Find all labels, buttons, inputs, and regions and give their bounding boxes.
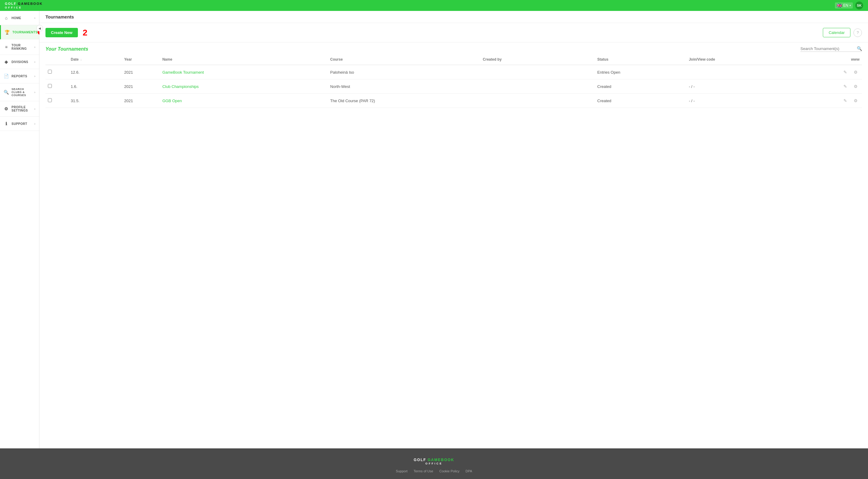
search-icon[interactable]: 🔍 [857, 46, 862, 51]
toolbar-right: Calendar ? [823, 28, 862, 37]
divisions-icon: ◈ [4, 59, 9, 65]
sidebar-item-tour-ranking[interactable]: ≡ TOUR RANKING › [0, 39, 39, 55]
row-course: The Old Course (PAR 72) [328, 94, 481, 108]
edit-icon[interactable]: ✎ [841, 83, 849, 90]
row-actions: ✎ ⚙ [801, 94, 862, 108]
row-check[interactable] [45, 80, 68, 94]
sidebar-toggle[interactable]: ◀ [36, 25, 43, 32]
chevron-right-icon: › [34, 17, 35, 20]
col-year: Year [122, 54, 160, 65]
sidebar-item-label: REPORTS [11, 74, 34, 78]
chevron-right-icon: › [34, 107, 35, 111]
row-name[interactable]: Club Championships [160, 80, 328, 94]
col-course: Course [328, 54, 481, 65]
row-actions: ✎ ⚙ [801, 80, 862, 94]
main-layout: ◀ ⌂ HOME › 🏆 TOURNAMENTS 1 › ≡ TOUR RANK… [0, 11, 868, 448]
flag-icon: 🇬🇧 [837, 3, 842, 8]
tournament-link[interactable]: Club Championships [162, 84, 199, 89]
step-number: 2 [83, 29, 88, 37]
row-status: Entries Open [595, 65, 686, 80]
chevron-right-icon: › [34, 122, 35, 125]
user-avatar[interactable]: SK [855, 1, 863, 9]
sidebar-item-label: TOURNAMENTS [12, 31, 38, 34]
row-created-by [480, 80, 595, 94]
row-name[interactable]: GameBook Tournament [160, 65, 328, 80]
col-code: Join/View code [686, 54, 801, 65]
col-date[interactable]: Date ↓ [68, 54, 122, 65]
chevron-right-icon: › [34, 91, 35, 94]
sidebar-item-reports[interactable]: 📄 REPORTS › [0, 69, 39, 83]
chevron-down-icon: ▾ [849, 4, 851, 7]
footer-link-cookie[interactable]: Cookie Policy [439, 469, 460, 473]
sidebar-item-home[interactable]: ⌂ HOME › [0, 11, 39, 25]
table-row: 1.6. 2021 Club Championships North-West … [45, 80, 862, 94]
edit-icon[interactable]: ✎ [841, 68, 849, 76]
page-header: Tournaments [39, 11, 868, 23]
support-icon: ℹ [4, 121, 9, 126]
sidebar-item-search-clubs[interactable]: 🔍 SEARCH CLUBS & COURSES › [0, 83, 39, 101]
chevron-right-icon: › [34, 74, 35, 78]
row-date: 31.5. [68, 94, 122, 108]
search-input[interactable] [800, 47, 855, 51]
footer-logo-gamebook: GAMEBOOK [428, 458, 454, 462]
row-year: 2021 [122, 65, 160, 80]
footer: GOLF GAMEBOOK OFFICE Support Terms of Us… [0, 448, 868, 479]
help-button[interactable]: ? [854, 29, 862, 37]
sidebar-item-label: PROFILE SETTINGS [11, 106, 34, 112]
chevron-right-icon: › [34, 46, 35, 49]
sort-arrow-icon: ↓ [80, 58, 82, 61]
sidebar-item-label: TOUR RANKING [11, 44, 34, 50]
top-bar-right: 🇬🇧 EN ▾ SK [835, 1, 863, 9]
search-wrap: 🔍 [800, 46, 862, 52]
table-row: 12.6. 2021 GameBook Tournament Paloheinä… [45, 65, 862, 80]
col-www: www [801, 54, 862, 65]
row-created-by [480, 94, 595, 108]
row-code: - / - [686, 80, 801, 94]
row-date: 1.6. [68, 80, 122, 94]
footer-logo-golf: GOLF [414, 458, 426, 462]
row-checkbox[interactable] [48, 98, 52, 102]
footer-link-terms[interactable]: Terms of Use [414, 469, 433, 473]
settings-icon: ⚙ [4, 106, 9, 112]
sidebar-item-tournaments[interactable]: 🏆 TOURNAMENTS 1 › [0, 25, 39, 39]
row-name[interactable]: GGB Open [160, 94, 328, 108]
edit-icon[interactable]: ✎ [841, 97, 849, 104]
row-checkbox[interactable] [48, 84, 52, 88]
reports-icon: 📄 [4, 73, 9, 79]
row-status: Created [595, 94, 686, 108]
tournament-link[interactable]: GGB Open [162, 98, 182, 103]
language-selector[interactable]: 🇬🇧 EN ▾ [835, 2, 853, 8]
footer-logo: GOLF GAMEBOOK OFFICE [6, 457, 862, 465]
footer-link-dpa[interactable]: DPA [466, 469, 472, 473]
gear-icon[interactable]: ⚙ [851, 83, 860, 90]
content-area: Tournaments Create New 2 Calendar ? Your… [39, 11, 868, 448]
row-check[interactable] [45, 65, 68, 80]
tournament-link[interactable]: GameBook Tournament [162, 70, 204, 74]
row-check[interactable] [45, 94, 68, 108]
toolbar-left: Create New 2 [45, 28, 87, 37]
chevron-right-icon: › [34, 60, 35, 64]
sidebar-item-divisions[interactable]: ◈ DIVISIONS › [0, 55, 39, 69]
footer-logo-office: OFFICE [6, 462, 862, 465]
calendar-button[interactable]: Calendar [823, 28, 850, 37]
row-checkbox[interactable] [48, 70, 52, 74]
sidebar-item-profile-settings[interactable]: ⚙ PROFILE SETTINGS › [0, 101, 39, 117]
toolbar: Create New 2 Calendar ? [39, 23, 868, 42]
gear-icon[interactable]: ⚙ [851, 68, 860, 76]
sidebar-item-label: DIVISIONS [11, 60, 34, 64]
search-clubs-icon: 🔍 [4, 89, 9, 95]
sidebar: ⌂ HOME › 🏆 TOURNAMENTS 1 › ≡ TOUR RANKIN… [0, 11, 39, 448]
col-status: Status [595, 54, 686, 65]
top-bar: GOLF GAMEBOOK OFFICE 🇬🇧 EN ▾ SK [0, 0, 868, 11]
row-code: - / - [686, 94, 801, 108]
row-actions: ✎ ⚙ [801, 65, 862, 80]
row-date: 12.6. [68, 65, 122, 80]
app-logo: GOLF GAMEBOOK OFFICE [5, 1, 43, 9]
footer-link-support[interactable]: Support [396, 469, 408, 473]
sidebar-item-label: HOME [11, 17, 34, 20]
row-course: Paloheinä Iso [328, 65, 481, 80]
gear-icon[interactable]: ⚙ [851, 97, 860, 104]
sidebar-item-support[interactable]: ℹ SUPPORT › [0, 117, 39, 131]
logo-office: OFFICE [5, 6, 43, 9]
create-new-button[interactable]: Create New [45, 28, 78, 37]
